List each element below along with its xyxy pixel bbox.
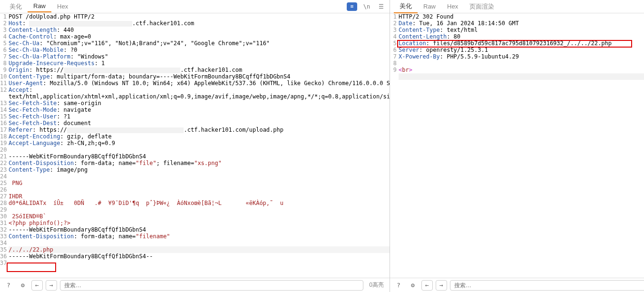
response-tabs: 美化 Raw Hex 页面渲染 bbox=[390, 0, 644, 13]
forward-icon[interactable]: → bbox=[436, 280, 447, 291]
settings-icon[interactable]: ⚙ bbox=[407, 280, 419, 291]
forward-icon[interactable]: → bbox=[46, 280, 57, 291]
back-icon[interactable]: ← bbox=[31, 280, 43, 291]
tab-raw[interactable]: Raw bbox=[28, 0, 51, 12]
request-bottom-bar: ? ⚙ ← → 0高亮 bbox=[0, 278, 390, 292]
response-pane: 美化 Raw Hex 页面渲染 123456789 HTTP/2 302 Fou… bbox=[390, 0, 644, 292]
tab-hex[interactable]: Hex bbox=[51, 1, 74, 12]
response-bottom-bar: ? ⚙ ← → bbox=[390, 278, 644, 292]
request-search-input[interactable] bbox=[60, 280, 363, 291]
newline-icon[interactable]: \n bbox=[362, 2, 371, 11]
menu-icon[interactable]: ☰ bbox=[376, 2, 386, 11]
response-content[interactable]: 123456789 HTTP/2 302 FoundDate: Tue, 16 … bbox=[390, 13, 644, 278]
request-pane: 美化 Raw Hex ≡ \n ☰ 1234567891011121314151… bbox=[0, 0, 390, 292]
tab-beautify-resp[interactable]: 美化 bbox=[394, 0, 418, 13]
back-icon[interactable]: ← bbox=[421, 280, 433, 291]
tab-beautify[interactable]: 美化 bbox=[4, 0, 28, 13]
request-content[interactable]: 1234567891011121314151617181920212223242… bbox=[0, 13, 390, 278]
response-search-input[interactable] bbox=[450, 280, 644, 291]
doc-icon[interactable]: ≡ bbox=[347, 2, 357, 11]
settings-icon[interactable]: ⚙ bbox=[17, 280, 29, 291]
help-icon[interactable]: ? bbox=[3, 280, 14, 291]
tab-hex-resp[interactable]: Hex bbox=[441, 1, 464, 12]
help-icon[interactable]: ? bbox=[393, 280, 404, 291]
request-tabs: 美化 Raw Hex ≡ \n ☰ bbox=[0, 0, 390, 13]
tab-raw-resp[interactable]: Raw bbox=[418, 1, 441, 12]
match-count: 0高亮 bbox=[366, 281, 387, 289]
tab-render-resp[interactable]: 页面渲染 bbox=[464, 0, 500, 13]
